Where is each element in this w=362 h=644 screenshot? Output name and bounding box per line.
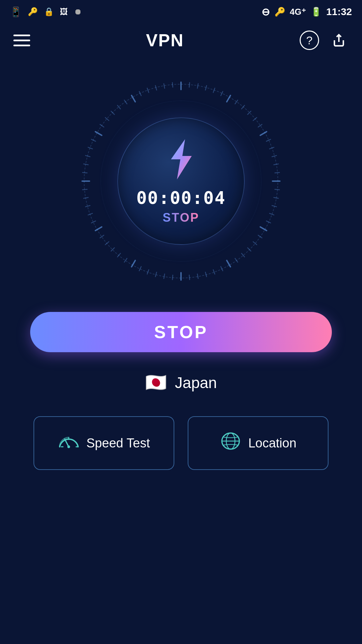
svg-line-17 bbox=[272, 156, 277, 157]
share-button[interactable] bbox=[329, 31, 349, 50]
svg-line-67 bbox=[124, 100, 127, 104]
svg-line-59 bbox=[85, 156, 90, 157]
svg-line-46 bbox=[117, 253, 120, 257]
svg-line-16 bbox=[269, 147, 274, 149]
image-icon: 🖼 bbox=[60, 7, 68, 16]
svg-line-31 bbox=[235, 258, 238, 262]
svg-line-37 bbox=[189, 275, 189, 280]
svg-line-8 bbox=[227, 96, 231, 102]
svg-line-33 bbox=[221, 267, 223, 271]
svg-line-57 bbox=[82, 172, 87, 173]
svg-line-7 bbox=[221, 92, 223, 96]
svg-line-51 bbox=[92, 221, 96, 223]
svg-line-47 bbox=[111, 248, 114, 251]
svg-line-58 bbox=[83, 164, 88, 165]
svg-line-68 bbox=[132, 96, 135, 102]
svg-line-10 bbox=[242, 105, 245, 109]
vpn-key-icon: 🔑 bbox=[275, 7, 285, 17]
location-label: Location bbox=[248, 436, 297, 450]
svg-line-45 bbox=[124, 258, 127, 262]
svg-line-53 bbox=[85, 206, 90, 207]
svg-line-22 bbox=[274, 198, 279, 198]
app-title: VPN bbox=[146, 30, 184, 50]
svg-line-9 bbox=[235, 100, 238, 104]
minus-icon: ⊖ bbox=[261, 6, 270, 18]
svg-line-25 bbox=[266, 221, 271, 223]
svg-marker-74 bbox=[171, 139, 192, 179]
svg-line-40 bbox=[164, 274, 165, 279]
svg-line-12 bbox=[253, 117, 257, 120]
svg-line-71 bbox=[156, 86, 157, 90]
svg-line-6 bbox=[213, 88, 215, 93]
svg-line-50 bbox=[96, 227, 102, 231]
key-icon: 🔑 bbox=[28, 7, 38, 16]
svg-line-70 bbox=[147, 88, 149, 93]
svg-line-52 bbox=[88, 213, 93, 215]
status-right-icons: ⊖ 🔑 4G⁺ 🔋 11:32 bbox=[261, 6, 352, 18]
svg-line-28 bbox=[253, 242, 257, 245]
stop-label-inner: STOP bbox=[163, 211, 199, 225]
stop-button[interactable]: STOP bbox=[30, 312, 332, 352]
svg-line-14 bbox=[260, 132, 266, 136]
svg-line-61 bbox=[92, 139, 96, 141]
country-flag: 🇯🇵 bbox=[145, 372, 167, 393]
country-row: 🇯🇵 Japan bbox=[145, 372, 217, 393]
svg-line-15 bbox=[266, 139, 271, 141]
vpn-power-button[interactable]: 00:00:04 STOP bbox=[117, 117, 245, 245]
svg-line-64 bbox=[105, 117, 109, 120]
help-button[interactable]: ? bbox=[300, 31, 319, 50]
svg-line-55 bbox=[82, 189, 87, 190]
top-nav: VPN ? bbox=[0, 23, 362, 57]
battery-icon: 🔋 bbox=[311, 7, 321, 17]
signal-icon: 4G⁺ bbox=[290, 7, 306, 17]
record-icon: ⏺ bbox=[74, 7, 82, 16]
bottom-buttons: Speed Test Location bbox=[34, 416, 328, 470]
svg-line-23 bbox=[272, 206, 277, 207]
connection-timer: 00:00:04 bbox=[136, 188, 226, 208]
svg-line-13 bbox=[258, 124, 262, 127]
speed-test-button[interactable]: Speed Test bbox=[34, 416, 174, 470]
svg-line-43 bbox=[139, 267, 141, 271]
svg-line-54 bbox=[83, 198, 88, 198]
svg-line-60 bbox=[88, 147, 93, 149]
svg-line-62 bbox=[96, 132, 102, 136]
vpn-circle-container[interactable]: 00:00:04 STOP bbox=[77, 77, 285, 285]
share-icon bbox=[332, 34, 346, 47]
clock: 11:32 bbox=[326, 6, 352, 17]
lock-icon: 🔒 bbox=[44, 7, 54, 16]
nav-right-buttons: ? bbox=[300, 31, 349, 50]
svg-line-69 bbox=[139, 92, 141, 96]
menu-button[interactable] bbox=[13, 35, 30, 46]
svg-line-4 bbox=[197, 84, 198, 88]
speedometer-icon bbox=[58, 432, 80, 455]
svg-line-44 bbox=[132, 260, 135, 267]
svg-line-49 bbox=[100, 235, 104, 238]
svg-line-35 bbox=[205, 272, 207, 277]
svg-line-29 bbox=[248, 248, 251, 251]
country-name: Japan bbox=[175, 374, 217, 392]
svg-line-21 bbox=[275, 189, 280, 190]
svg-point-76 bbox=[67, 445, 70, 448]
lightning-icon bbox=[164, 138, 198, 181]
svg-line-30 bbox=[242, 253, 245, 257]
svg-line-42 bbox=[147, 270, 149, 274]
svg-line-48 bbox=[105, 242, 109, 245]
speed-test-label: Speed Test bbox=[86, 436, 150, 450]
svg-line-65 bbox=[111, 111, 114, 114]
svg-line-3 bbox=[189, 83, 189, 87]
main-content: 00:00:04 STOP STOP 🇯🇵 Japan Speed bbox=[0, 57, 362, 470]
svg-line-39 bbox=[172, 275, 173, 280]
svg-line-72 bbox=[164, 84, 165, 88]
svg-line-41 bbox=[156, 272, 157, 277]
status-bar: 📱 🔑 🔒 🖼 ⏺ ⊖ 🔑 4G⁺ 🔋 11:32 bbox=[0, 0, 362, 23]
question-icon: ? bbox=[306, 34, 313, 47]
svg-line-63 bbox=[100, 124, 104, 127]
svg-line-24 bbox=[269, 213, 274, 215]
location-button[interactable]: Location bbox=[188, 416, 328, 470]
svg-line-34 bbox=[213, 270, 215, 274]
svg-line-19 bbox=[275, 172, 280, 173]
status-left-icons: 📱 🔑 🔒 🖼 ⏺ bbox=[10, 6, 82, 17]
svg-line-11 bbox=[248, 111, 251, 114]
svg-line-66 bbox=[117, 105, 120, 109]
svg-line-36 bbox=[197, 274, 198, 279]
